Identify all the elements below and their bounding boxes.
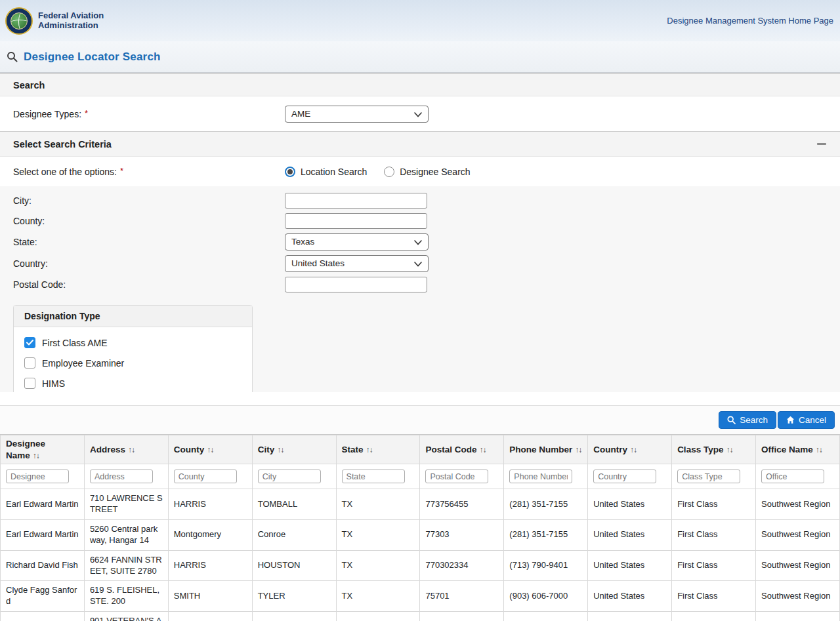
table-row: Rolando Diaz901 VETERAN'S AIRPARK LNMIDL…: [1, 612, 840, 621]
cancel-button[interactable]: Cancel: [778, 411, 835, 429]
options-label: Select one of the options:*: [0, 167, 285, 177]
cell-city: TOMBALL: [252, 489, 336, 520]
cell-postal-code: 770302334: [420, 550, 504, 581]
column-header-class-type[interactable]: Class Type↑↓: [672, 435, 756, 464]
column-header-county[interactable]: County↑↓: [168, 435, 252, 464]
cell-designee-name: Earl Edward Martin: [1, 519, 85, 550]
cell-phone-number: (281) 351-7155: [504, 519, 588, 550]
filter-input-class-type[interactable]: [677, 470, 740, 483]
options-row: Select one of the options:* Location Sea…: [0, 157, 840, 186]
city-input[interactable]: [285, 193, 427, 209]
designee-types-select[interactable]: AME: [285, 106, 429, 123]
search-button[interactable]: Search: [719, 411, 776, 429]
column-header-country[interactable]: Country↑↓: [588, 435, 672, 464]
search-mode-radio-group: Location Search Designee Search: [285, 167, 471, 177]
filter-input-designee-name[interactable]: [6, 470, 69, 483]
filter-input-office-name[interactable]: [761, 470, 824, 483]
filter-input-city[interactable]: [258, 470, 321, 483]
search-section-header: Search: [0, 73, 840, 96]
cell-phone-number: (713) 790-9401: [504, 550, 588, 581]
radio-selected-icon: [285, 167, 295, 177]
cell-address: 5260 Central park way, Hangar 14: [84, 519, 168, 550]
table-row: Richard David Fish6624 FANNIN STREET, SU…: [1, 550, 840, 581]
criteria-section-header: Select Search Criteria: [0, 131, 840, 157]
cell-class-type: First Class: [672, 519, 756, 550]
designee-types-label: Designee Types:*: [0, 109, 285, 119]
county-field-row: County:: [0, 210, 840, 231]
county-input[interactable]: [285, 213, 427, 229]
cell-county: HARRIS: [168, 489, 252, 520]
radio-location-search[interactable]: Location Search: [285, 167, 367, 177]
cell-office-name: Southwest Region: [756, 550, 840, 581]
cell-class-type: First Class: [672, 550, 756, 581]
search-icon: [727, 416, 736, 424]
cell-address: 901 VETERAN'S AIRPARK LN: [84, 612, 168, 621]
column-header-designee-name[interactable]: Designee Name↑↓: [1, 435, 85, 464]
filter-input-address[interactable]: [90, 470, 153, 483]
cell-postal-code: 75701: [420, 581, 504, 612]
column-header-office-name[interactable]: Office Name↑↓: [756, 435, 840, 464]
checkbox-unchecked-icon: [24, 357, 35, 369]
filter-input-phone-number[interactable]: [509, 470, 572, 483]
radio-designee-search[interactable]: Designee Search: [384, 167, 470, 177]
chevron-down-icon: [414, 262, 422, 267]
postal-code-field-row: Postal Code:: [0, 274, 840, 294]
country-select[interactable]: United States: [285, 255, 429, 272]
agency-name: Federal Aviation Administration: [38, 11, 104, 31]
cell-state: TX: [336, 489, 420, 520]
county-label: County:: [0, 216, 285, 226]
sort-icon: ↑↓: [207, 445, 213, 454]
column-header-city[interactable]: City↑↓: [252, 435, 336, 464]
cell-state: TX: [336, 581, 420, 612]
cell-county: HARRIS: [168, 550, 252, 581]
chevron-down-icon: [414, 240, 422, 245]
city-label: City:: [0, 195, 285, 206]
column-header-state[interactable]: State↑↓: [336, 435, 420, 464]
designee-types-row: Designee Types:* AME: [0, 96, 840, 131]
cell-designee-name: Rolando Diaz: [1, 612, 85, 621]
postal-code-label: Postal Code:: [0, 279, 285, 290]
column-header-postal-code[interactable]: Postal Code↑↓: [420, 435, 504, 464]
checkbox-hims[interactable]: HIMS: [24, 373, 242, 393]
cell-designee-name: Richard David Fish: [1, 550, 85, 581]
state-select[interactable]: Texas: [285, 233, 429, 250]
cell-address: 619 S. FLEISHEL, STE. 200: [84, 581, 168, 612]
cell-city: Conroe: [252, 519, 336, 550]
cell-address: 6624 FANNIN STREET, SUITE 2780: [84, 550, 168, 581]
postal-code-input[interactable]: [285, 277, 427, 292]
home-page-link[interactable]: Designee Management System Home Page: [667, 16, 833, 26]
sort-icon: ↑↓: [575, 445, 581, 454]
faa-brand: Federal Aviation Administration: [5, 7, 104, 35]
sort-icon: ↑↓: [277, 445, 284, 454]
filter-input-postal-code[interactable]: [425, 470, 488, 483]
country-label: Country:: [0, 258, 285, 269]
cell-postal-code: 79705: [420, 612, 504, 621]
cell-postal-code: 77303: [420, 519, 504, 550]
cell-country: United States: [588, 581, 672, 612]
home-icon: [786, 416, 795, 424]
state-label: State:: [0, 237, 285, 247]
page-title: Designee Locator Search: [24, 50, 161, 64]
page-title-bar: Designee Locator Search: [0, 41, 840, 73]
cell-designee-name: Earl Edward Martin: [1, 489, 85, 520]
filter-input-county[interactable]: [174, 470, 237, 483]
checkbox-checked-icon: [24, 337, 35, 348]
collapse-section-button[interactable]: [816, 139, 827, 150]
chevron-down-icon: [414, 112, 422, 117]
column-header-address[interactable]: Address↑↓: [84, 435, 168, 464]
cell-country: United States: [588, 612, 672, 621]
filter-input-country[interactable]: [593, 470, 656, 483]
sort-icon: ↑↓: [816, 445, 822, 454]
cell-office-name: Southwest Region: [756, 612, 840, 621]
filter-input-state[interactable]: [342, 470, 405, 483]
radio-unselected-icon: [384, 167, 394, 177]
cell-phone-number: (903) 606-7000: [504, 581, 588, 612]
cell-city: MIDLAND: [252, 612, 336, 621]
checkbox-first-class-ame[interactable]: First Class AME: [24, 332, 242, 353]
checkbox-employee-examiner[interactable]: Employee Examiner: [24, 353, 242, 373]
column-header-phone-number[interactable]: Phone Number↑↓: [504, 435, 588, 464]
actions-bar: Search Cancel: [0, 405, 840, 435]
cell-phone-number: (281) 351-7155: [504, 489, 588, 520]
table-header-row: Designee Name↑↓Address↑↓County↑↓City↑↓St…: [1, 435, 840, 464]
cell-county: Montgomery: [168, 519, 252, 550]
